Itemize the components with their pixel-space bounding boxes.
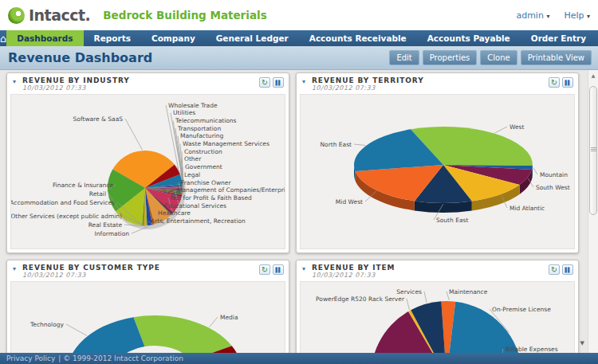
- main-nav: ⌂ Dashboards Reports Company General Led…: [0, 30, 598, 46]
- svg-text:Accommodation and Food Service: Accommodation and Food Services: [11, 199, 115, 206]
- svg-text:North East: North East: [320, 141, 352, 148]
- nav-item-general-ledger[interactable]: General Ledger: [206, 30, 299, 46]
- nav-item-dashboards[interactable]: Dashboards: [6, 30, 83, 46]
- collapse-panel-icon[interactable]: ▾: [302, 78, 305, 85]
- svg-text:Healthcare: Healthcare: [158, 209, 191, 217]
- chart-view-icon[interactable]: ▌▌: [562, 264, 573, 275]
- svg-text:On-Premise License: On-Premise License: [492, 306, 551, 313]
- svg-text:Information: Information: [95, 230, 130, 237]
- svg-text:PowerEdge R520 Rack Server: PowerEdge R520 Rack Server: [316, 296, 405, 303]
- scroll-down-icon[interactable]: ▼: [580, 340, 584, 346]
- nav-item-company[interactable]: Company: [141, 30, 206, 46]
- dashboard-content: ▾ REVENUE BY INDUSTRY 10/03/2012 07:33 ↻…: [0, 70, 598, 353]
- svg-text:Legal: Legal: [184, 171, 200, 178]
- svg-text:Wholesale Trade: Wholesale Trade: [168, 102, 218, 109]
- top-header: Intacct. Bedrock Building Materials admi…: [0, 0, 598, 30]
- page-title: Revenue Dashboard: [6, 50, 152, 65]
- refresh-icon[interactable]: ↻: [259, 264, 270, 275]
- printable-view-button[interactable]: Printable View: [521, 50, 592, 65]
- privacy-policy-link[interactable]: Privacy Policy: [6, 354, 55, 362]
- svg-text:Other: Other: [184, 155, 202, 162]
- scrollbar-thumb[interactable]: [589, 86, 597, 215]
- user-menu[interactable]: admin ▾: [516, 10, 549, 21]
- svg-text:Other Services (except public: Other Services (except public admin): [11, 213, 122, 220]
- svg-text:South West: South West: [536, 184, 570, 191]
- intacct-logo-icon: [8, 7, 25, 24]
- svg-text:Educational Services: Educational Services: [164, 202, 226, 209]
- nav-item-reports[interactable]: Reports: [84, 30, 141, 46]
- chart-view-icon[interactable]: ▌▌: [562, 77, 573, 88]
- customer-type-donut-chart: TechnologyMedia: [11, 282, 285, 353]
- panel-title: REVENUE BY CUSTOMER TYPE: [22, 264, 259, 272]
- panel-title: REVENUE BY TERRITORY: [312, 76, 549, 84]
- svg-text:Media: Media: [220, 314, 238, 321]
- svg-text:Finance & Insurance: Finance & Insurance: [53, 182, 113, 189]
- home-icon[interactable]: ⌂: [0, 30, 6, 46]
- svg-text:Arts, Entertainment, Recreatio: Arts, Entertainment, Recreation: [151, 217, 246, 225]
- chevron-down-icon: ▾: [546, 13, 549, 20]
- panel-title: REVENUE BY ITEM: [312, 264, 549, 272]
- industry-pie-chart: Wholesale TradeUtilitiesTelecommunicatio…: [11, 95, 285, 249]
- panel-revenue-by-territory: ▾ REVENUE BY TERRITORY 10/03/2012 07:33 …: [296, 72, 579, 253]
- svg-text:Government: Government: [185, 163, 222, 170]
- refresh-icon[interactable]: ↻: [549, 264, 560, 275]
- svg-text:Management of Companies/Enterp: Management of Companies/Enterprises: [177, 186, 285, 194]
- panel-revenue-by-item: ▾ REVENUE BY ITEM 10/03/2012 07:33 ↻ ▌▌ …: [296, 260, 579, 353]
- nav-item-accounts-receivable[interactable]: Accounts Receivable: [299, 30, 417, 46]
- panel-revenue-by-industry: ▾ REVENUE BY INDUSTRY 10/03/2012 07:33 ↻…: [6, 72, 289, 253]
- svg-text:Mountain: Mountain: [540, 171, 568, 178]
- svg-text:Transportation: Transportation: [177, 125, 221, 132]
- svg-text:Utilities: Utilities: [173, 109, 195, 116]
- svg-text:Mid Atlantic: Mid Atlantic: [509, 205, 545, 212]
- svg-text:Real Estate: Real Estate: [89, 221, 123, 229]
- chevron-down-icon: ▾: [587, 13, 590, 20]
- panel-revenue-by-customer-type: ▾ REVENUE BY CUSTOMER TYPE 10/03/2012 07…: [6, 260, 289, 353]
- intacct-logo-text: Intacct.: [29, 6, 90, 24]
- svg-text:South East: South East: [436, 217, 468, 224]
- panel-timestamp: 10/03/2012 07:33: [312, 272, 549, 279]
- scroll-up-icon[interactable]: ▲: [588, 70, 598, 80]
- panel-title: REVENUE BY INDUSTRY: [22, 76, 259, 84]
- svg-text:Services: Services: [396, 288, 422, 296]
- nav-item-accounts-payable[interactable]: Accounts Payable: [417, 30, 521, 46]
- vertical-scrollbar[interactable]: ▲: [588, 70, 598, 353]
- chart-view-icon[interactable]: ▌▌: [273, 77, 284, 88]
- item-pie-chart: ServicesMaintenancePowerEdge R520 Rack S…: [301, 282, 575, 353]
- edit-button[interactable]: Edit: [389, 50, 419, 65]
- collapse-panel-icon[interactable]: ▾: [302, 265, 305, 272]
- svg-text:Waste Management Services: Waste Management Services: [183, 140, 269, 147]
- refresh-icon[interactable]: ↻: [549, 77, 560, 88]
- svg-text:Software & SaaS: Software & SaaS: [73, 115, 124, 123]
- svg-text:Technology: Technology: [30, 321, 65, 328]
- svg-text:Billable Expenses: Billable Expenses: [506, 346, 558, 353]
- intacct-logo: Intacct.: [8, 6, 90, 24]
- copyright-text: | © 1999-2012 Intacct Corporation: [58, 354, 183, 362]
- svg-text:Retail: Retail: [89, 190, 106, 198]
- svg-text:Telecommunications: Telecommunications: [175, 117, 237, 124]
- territory-pie-chart: WestMountainSouth WestMid AtlanticSouth …: [301, 95, 575, 249]
- svg-text:Manufacturing: Manufacturing: [180, 132, 224, 139]
- svg-text:Franchise Owner: Franchise Owner: [181, 179, 231, 186]
- help-menu[interactable]: Help ▾: [564, 10, 590, 21]
- refresh-icon[interactable]: ↻: [259, 77, 270, 88]
- panel-timestamp: 10/03/2012 07:33: [312, 84, 549, 92]
- svg-text:Maintenance: Maintenance: [449, 288, 488, 296]
- panel-timestamp: 10/03/2012 07:33: [22, 84, 259, 92]
- svg-text:Mid West: Mid West: [336, 198, 363, 205]
- collapse-panel-icon[interactable]: ▾: [13, 265, 16, 272]
- company-name: Bedrock Building Materials: [103, 9, 266, 22]
- nav-item-order-entry[interactable]: Order Entry: [521, 30, 596, 46]
- properties-button[interactable]: Properties: [423, 50, 478, 65]
- svg-text:Not for Profit & Faith Based: Not for Profit & Faith Based: [171, 194, 252, 202]
- collapse-panel-icon[interactable]: ▾: [13, 78, 16, 85]
- svg-text:Construction: Construction: [184, 148, 222, 155]
- panel-timestamp: 10/03/2012 07:33: [22, 272, 259, 279]
- svg-text:West: West: [509, 123, 524, 131]
- dashboard-title-bar: Revenue Dashboard Edit Properties Clone …: [0, 46, 598, 70]
- footer: Privacy Policy | © 1999-2012 Intacct Cor…: [0, 353, 598, 364]
- chart-view-icon[interactable]: ▌▌: [273, 264, 284, 275]
- clone-button[interactable]: Clone: [480, 50, 517, 65]
